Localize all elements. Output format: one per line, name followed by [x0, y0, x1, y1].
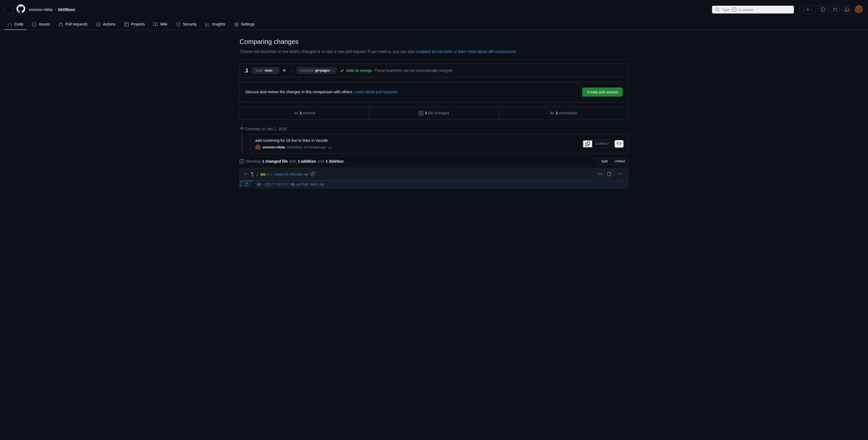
commit-icon — [240, 126, 244, 131]
discuss-text-wrap: Discuss and review the changes in this c… — [245, 89, 398, 95]
discuss-box: Discuss and review the changes in this c… — [240, 82, 628, 102]
compare-forks-link[interactable]: compare across forks — [416, 49, 453, 54]
code-icon — [8, 22, 12, 27]
diff-block-neutral — [270, 173, 273, 175]
git-pull-request-icon — [833, 7, 837, 12]
nav-actions[interactable]: Actions — [93, 19, 119, 30]
nav-security[interactable]: Security — [173, 19, 200, 30]
commit-author-link[interactable]: voronov-nikita — [262, 145, 285, 150]
addition-count: 1 addition — [298, 159, 316, 164]
nav-projects[interactable]: Projects — [121, 19, 148, 30]
pull-requests-button[interactable] — [831, 5, 839, 14]
search-slash-key: / — [732, 8, 736, 11]
contributors-label: contributor — [558, 111, 577, 115]
nav-code[interactable]: Code — [4, 19, 27, 30]
sha-group: b2d0de7 — [583, 140, 612, 148]
diff-block-del — [263, 173, 265, 175]
hamburger-menu-button[interactable] — [4, 5, 13, 14]
nav-pulls[interactable]: Pull requests — [56, 19, 91, 30]
copy-sha-button[interactable] — [583, 140, 592, 148]
file-diff: 2 General/VSCode.md — [240, 168, 628, 188]
expand-all-icon[interactable] — [250, 172, 254, 177]
split-view-button[interactable]: Split — [598, 158, 611, 164]
nav-issues-label: Issues — [39, 22, 50, 27]
learn-more-link[interactable]: learn more about diff comparisons — [458, 49, 516, 54]
notifications-button[interactable] — [843, 5, 851, 14]
subtitle-or: or — [454, 49, 458, 54]
nav-settings[interactable]: Settings — [231, 19, 258, 30]
rendered-view-button[interactable] — [605, 171, 614, 178]
sha-link[interactable]: b2d0de7 — [592, 140, 612, 148]
file-view-group — [595, 170, 614, 178]
filename-link[interactable]: General/VSCode.md — [275, 172, 309, 177]
source-view-button[interactable] — [596, 171, 605, 178]
base-branch-select[interactable]: base: main — [252, 67, 279, 74]
file-actions-menu-button[interactable] — [616, 171, 625, 178]
create-pull-request-button[interactable]: Create pull request — [582, 88, 623, 97]
stats-bar: 1 commit 1 file changed 1 contributor — [240, 107, 628, 120]
browse-repo-button[interactable] — [614, 140, 624, 148]
search-icon — [715, 7, 720, 12]
compare-label: compare: — [300, 69, 314, 72]
repo-link[interactable]: SkillBase — [58, 7, 75, 12]
search-button[interactable]: Type / to search — [712, 5, 794, 14]
dropdown-caret-icon — [273, 69, 276, 72]
commit-title-link[interactable]: add screening for 18 line to links in vs… — [255, 138, 332, 143]
search-suffix: to search — [738, 8, 753, 12]
page-subtitle: Choose two branches to see what's change… — [240, 49, 628, 59]
user-avatar[interactable] — [855, 5, 864, 14]
book-icon — [153, 22, 158, 27]
nav-projects-label: Projects — [131, 22, 145, 27]
merge-description: These branches can be automatically merg… — [374, 68, 453, 73]
github-logo-link[interactable] — [17, 4, 25, 15]
compare-branch-select[interactable]: compare: gh-pages — [297, 67, 337, 74]
global-header: voronov-nikita / SkillBase Type / to sea… — [0, 0, 868, 19]
nav-insights[interactable]: Insights — [202, 19, 228, 30]
diff-end: . — [345, 159, 346, 164]
learn-pr-link[interactable]: Learn about pull requests — [354, 90, 398, 94]
base-branch-name: main — [265, 69, 272, 72]
commit-item: add screening for 18 line to links in vs… — [251, 134, 628, 154]
nav-settings-label: Settings — [241, 22, 255, 27]
diff-block-neutral — [268, 173, 270, 175]
nav-issues[interactable]: Issues — [29, 19, 53, 30]
hunk-header-text: @@ -211,7 +211,7 @@ python main.py — [254, 181, 628, 188]
header-divider — [799, 7, 799, 12]
create-new-button[interactable] — [803, 5, 815, 14]
committed-label: committed — [287, 145, 302, 150]
base-label: base: — [255, 69, 264, 72]
people-icon — [550, 111, 554, 115]
play-icon — [96, 22, 101, 27]
diff-view-toggle: Split Unified — [598, 158, 628, 165]
diff-block-add — [260, 173, 263, 175]
toggle-diff-button[interactable] — [243, 172, 248, 177]
git-compare-icon — [244, 68, 249, 73]
able-to-merge-text: Able to merge. — [346, 68, 373, 73]
file-diff-icon — [419, 111, 423, 115]
fold-up-icon — [245, 182, 249, 187]
expand-up-button[interactable] — [240, 181, 254, 188]
shield-icon — [176, 22, 181, 27]
deletion-count: 1 deletion — [326, 159, 343, 164]
unified-view-button[interactable]: Unified — [611, 158, 628, 164]
diff-stat-blocks — [260, 173, 273, 175]
compare-dots: ... — [290, 68, 293, 73]
nav-wiki[interactable]: Wiki — [150, 19, 170, 30]
with-label: with — [289, 159, 296, 164]
discuss-text: Discuss and review the changes in this c… — [245, 90, 354, 94]
commit-author-avatar[interactable] — [255, 144, 261, 150]
diff-summary: Showing 1 changed file with 1 addition a… — [240, 159, 346, 164]
issue-opened-icon — [821, 7, 825, 12]
changed-file-link[interactable]: 1 changed file — [262, 159, 288, 164]
dropdown-caret-icon — [331, 69, 333, 72]
diff-header: Showing 1 changed file with 1 addition a… — [240, 158, 628, 165]
dropdown-caret-icon — [811, 8, 813, 11]
issues-button[interactable] — [818, 5, 827, 14]
verified-check-icon — [328, 145, 332, 149]
pull-request-icon — [59, 22, 63, 27]
commit-timeline: Commits on Jan 1, 2025 add screening for… — [240, 124, 628, 154]
main-container: Comparing changes Choose two branches to… — [231, 30, 637, 195]
stat-commits: 1 commit — [240, 107, 370, 119]
owner-link[interactable]: voronov-nikita — [29, 7, 53, 12]
copy-filename-button[interactable] — [311, 172, 315, 177]
